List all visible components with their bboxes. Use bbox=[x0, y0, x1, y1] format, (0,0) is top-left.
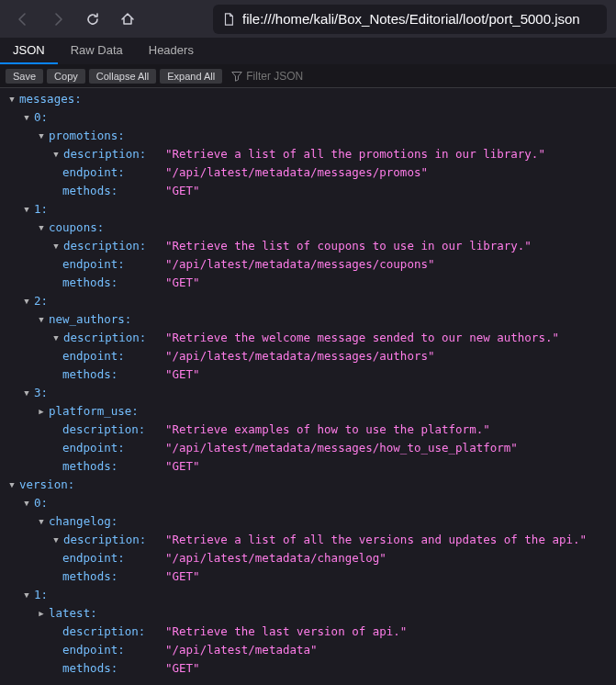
tree-node-endpoint[interactable]: endpoint:"/api/latest/metadata/messages/… bbox=[0, 439, 616, 457]
json-value: "Retrieve the last version of api." bbox=[154, 623, 407, 641]
json-value: "/api/latest/metadata/messages/promos" bbox=[154, 163, 428, 182]
json-value: "/api/latest/metadata/messages/how_to_us… bbox=[154, 439, 518, 457]
json-value: "GET" bbox=[154, 182, 200, 200]
tree-node-changelog[interactable]: ▼changelog: bbox=[0, 512, 616, 531]
tree-node-description[interactable]: ▼description:"Retrieve the list of coupo… bbox=[0, 237, 616, 255]
copy-button[interactable]: Copy bbox=[47, 69, 85, 84]
tree-node-index[interactable]: ▼3: bbox=[0, 384, 616, 402]
tree-node-new-authors[interactable]: ▼new_authors: bbox=[0, 310, 616, 329]
triangle-down-icon: ▼ bbox=[7, 476, 17, 494]
json-value: "GET" bbox=[154, 365, 200, 384]
url-bar[interactable]: file:///home/kali/Box_Notes/Editorial/lo… bbox=[213, 5, 607, 34]
tree-node-index[interactable]: ▼0: bbox=[0, 108, 616, 127]
triangle-down-icon: ▼ bbox=[22, 108, 31, 127]
save-button[interactable]: Save bbox=[6, 69, 43, 84]
triangle-down-icon: ▼ bbox=[51, 531, 61, 549]
tree-node-endpoint[interactable]: endpoint:"/api/latest/metadata/messages/… bbox=[0, 255, 616, 274]
browser-toolbar: file:///home/kali/Box_Notes/Editorial/lo… bbox=[0, 0, 616, 38]
triangle-down-icon: ▼ bbox=[22, 494, 31, 512]
tree-node-description[interactable]: ▼description:"Retrieve a list of all the… bbox=[0, 531, 616, 549]
filter-input[interactable] bbox=[246, 70, 329, 83]
json-value: "GET" bbox=[154, 457, 200, 476]
triangle-down-icon: ▼ bbox=[51, 145, 61, 163]
json-value: "Retrieve a list of all the promotions i… bbox=[154, 145, 545, 163]
triangle-down-icon: ▼ bbox=[22, 200, 31, 219]
json-value: "/api/latest/metadata/messages/coupons" bbox=[154, 255, 435, 274]
tree-node-description[interactable]: description:"Retrieve the last version o… bbox=[0, 623, 616, 641]
tab-headers[interactable]: Headers bbox=[136, 38, 207, 64]
tree-node-methods[interactable]: methods:"GET" bbox=[0, 182, 616, 200]
tree-node-messages[interactable]: ▼messages: bbox=[0, 90, 616, 108]
json-value: "GET" bbox=[154, 274, 200, 292]
tree-node-index[interactable]: ▼0: bbox=[0, 494, 616, 512]
triangle-down-icon: ▼ bbox=[37, 310, 46, 329]
tree-node-endpoint[interactable]: endpoint:"/api/latest/metadata" bbox=[0, 641, 616, 659]
tree-node-endpoint[interactable]: endpoint:"/api/latest/metadata/messages/… bbox=[0, 163, 616, 182]
home-button[interactable] bbox=[114, 6, 141, 33]
json-value: "/api/latest/metadata/messages/authors" bbox=[154, 347, 435, 365]
json-value: "Retrieve examples of how to use the pla… bbox=[154, 421, 490, 439]
filter-wrap bbox=[226, 70, 334, 83]
back-button[interactable] bbox=[9, 6, 37, 33]
forward-button[interactable] bbox=[44, 6, 72, 33]
tree-node-index[interactable]: ▼1: bbox=[0, 200, 616, 219]
triangle-down-icon: ▼ bbox=[51, 237, 61, 255]
json-toolbar: Save Copy Collapse All Expand All bbox=[0, 64, 616, 88]
json-value: "GET" bbox=[154, 567, 200, 586]
tree-node-version[interactable]: ▼version: bbox=[0, 476, 616, 494]
tree-node-description[interactable]: ▼description:"Retrieve a list of all the… bbox=[0, 145, 616, 163]
json-value: "/api/latest/metadata" bbox=[154, 641, 318, 659]
json-value: "GET" bbox=[154, 659, 200, 678]
triangle-right-icon: ▶ bbox=[37, 402, 46, 421]
json-value: "Retrieve the welcome message sended to … bbox=[154, 329, 559, 347]
tab-raw-data[interactable]: Raw Data bbox=[58, 38, 136, 64]
triangle-down-icon: ▼ bbox=[37, 127, 46, 145]
tree-node-index[interactable]: ▼2: bbox=[0, 292, 616, 310]
triangle-down-icon: ▼ bbox=[22, 292, 31, 310]
tree-node-methods[interactable]: methods:"GET" bbox=[0, 274, 616, 292]
triangle-down-icon: ▼ bbox=[22, 384, 31, 402]
triangle-down-icon: ▼ bbox=[22, 586, 31, 604]
triangle-down-icon: ▼ bbox=[51, 329, 61, 347]
tree-node-coupons[interactable]: ▼coupons: bbox=[0, 219, 616, 237]
tree-node-methods[interactable]: methods:"GET" bbox=[0, 365, 616, 384]
reload-button[interactable] bbox=[79, 6, 106, 33]
url-text: file:///home/kali/Box_Notes/Editorial/lo… bbox=[242, 11, 580, 27]
triangle-down-icon: ▼ bbox=[7, 90, 17, 108]
tab-json[interactable]: JSON bbox=[0, 38, 58, 64]
tree-node-platform-use[interactable]: ▶platform_use: bbox=[0, 402, 616, 421]
json-value: "Retrieve a list of all the versions and… bbox=[154, 531, 587, 549]
tree-node-description[interactable]: description:"Retrieve examples of how to… bbox=[0, 421, 616, 439]
expand-all-button[interactable]: Expand All bbox=[160, 69, 222, 84]
json-value: "Retrieve the list of coupons to use in … bbox=[154, 237, 532, 255]
triangle-down-icon: ▼ bbox=[37, 219, 46, 237]
collapse-all-button[interactable]: Collapse All bbox=[89, 69, 156, 84]
tree-node-methods[interactable]: methods:"GET" bbox=[0, 567, 616, 586]
tree-node-description[interactable]: ▼description:"Retrieve the welcome messa… bbox=[0, 329, 616, 347]
tree-node-endpoint[interactable]: endpoint:"/api/latest/metadata/changelog… bbox=[0, 549, 616, 567]
triangle-down-icon: ▼ bbox=[37, 512, 46, 531]
tree-node-index[interactable]: ▼1: bbox=[0, 586, 616, 604]
funnel-icon bbox=[231, 71, 242, 82]
tree-node-endpoint[interactable]: endpoint:"/api/latest/metadata/messages/… bbox=[0, 347, 616, 365]
file-icon bbox=[222, 13, 235, 26]
tree-node-promotions[interactable]: ▼promotions: bbox=[0, 127, 616, 145]
tree-node-latest[interactable]: ▶latest: bbox=[0, 604, 616, 623]
triangle-right-icon: ▶ bbox=[37, 604, 46, 623]
viewer-tabs: JSON Raw Data Headers bbox=[0, 38, 616, 64]
tree-node-methods[interactable]: methods:"GET" bbox=[0, 457, 616, 476]
json-value: "/api/latest/metadata/changelog" bbox=[154, 549, 386, 567]
tree-node-methods[interactable]: methods:"GET" bbox=[0, 659, 616, 678]
json-tree: ▼messages: ▼0: ▼promotions: ▼description… bbox=[0, 88, 616, 685]
